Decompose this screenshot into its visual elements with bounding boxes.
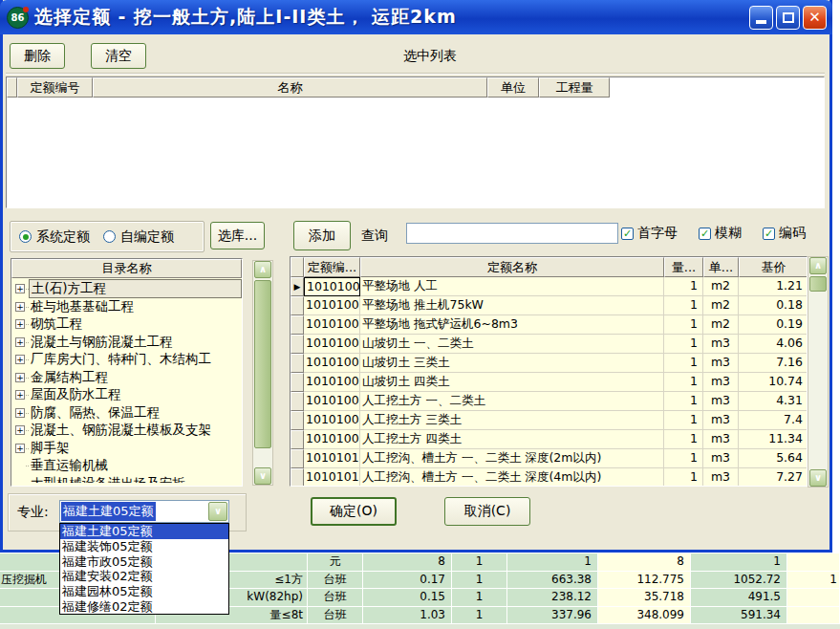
row-header-cell[interactable] bbox=[291, 392, 304, 411]
row-header-cell[interactable] bbox=[291, 373, 304, 392]
tree-item[interactable]: + 混凝土与钢筋混凝土工程 bbox=[11, 334, 242, 352]
dropdown-item[interactable]: 福建修缮02定额 bbox=[60, 599, 228, 615]
expand-plus-icon[interactable]: + bbox=[15, 284, 25, 293]
quota-qty-cell[interactable]: 1 bbox=[664, 392, 703, 411]
quota-col-unit[interactable]: 单... bbox=[703, 257, 739, 277]
quota-price-cell[interactable]: 0.19 bbox=[739, 315, 808, 335]
scroll-up-icon[interactable]: ∧ bbox=[809, 257, 827, 274]
scroll-up-icon[interactable]: ∧ bbox=[254, 261, 271, 278]
expand-plus-icon[interactable]: + bbox=[15, 355, 25, 364]
quota-unit-cell[interactable]: m3 bbox=[703, 373, 739, 392]
quota-name-cell[interactable]: 山坡切土 一、二类土 bbox=[360, 335, 664, 354]
tree-item[interactable]: + 脚手架 bbox=[11, 440, 242, 458]
quota-table-row[interactable]: 10101005 山坡切土 三类土 1 m3 7.16 bbox=[291, 354, 807, 373]
quota-table-row[interactable]: 10101009 人工挖土方 四类土 1 m3 11.34 bbox=[291, 430, 807, 449]
row-header-cell[interactable]: ▶ bbox=[291, 277, 304, 296]
quota-table-row[interactable]: 10101002 平整场地 推土机75kW 1 m2 0.18 bbox=[291, 296, 807, 315]
quota-unit-cell[interactable]: m2 bbox=[703, 296, 739, 315]
cancel-button[interactable]: 取消(C) bbox=[444, 497, 530, 526]
quota-price-cell[interactable]: 1.21 bbox=[739, 277, 808, 296]
quota-price-cell[interactable]: 7.4 bbox=[739, 411, 808, 430]
expand-plus-icon[interactable]: + bbox=[15, 444, 25, 453]
quota-col-price[interactable]: 基价 bbox=[739, 257, 808, 277]
quota-name-cell[interactable]: 山坡切土 四类土 bbox=[360, 373, 664, 392]
radio-custom-quota[interactable]: 自编定额 bbox=[103, 228, 174, 246]
quota-unit-cell[interactable]: m3 bbox=[703, 468, 739, 487]
quota-qty-cell[interactable]: 1 bbox=[664, 277, 703, 296]
specialty-combobox[interactable]: 福建土建05定额 ∨ bbox=[59, 500, 229, 523]
quota-qty-cell[interactable]: 1 bbox=[664, 430, 703, 449]
expand-plus-icon[interactable]: + bbox=[15, 425, 25, 435]
quota-name-cell[interactable]: 人工挖沟、槽土方 一、二类土 深度(2m以内) bbox=[360, 449, 664, 468]
expand-plus-icon[interactable]: + bbox=[15, 302, 25, 312]
tree-item[interactable]: + 金属结构工程 bbox=[11, 369, 242, 387]
close-button[interactable]: ✕ bbox=[803, 6, 827, 30]
scroll-down-icon[interactable]: ∨ bbox=[254, 467, 271, 485]
quota-price-cell[interactable]: 7.27 bbox=[739, 468, 808, 487]
selected-col-quantity[interactable]: 工程量 bbox=[539, 77, 610, 98]
quota-name-cell[interactable]: 平整场地 人工 bbox=[360, 277, 664, 296]
quota-table-row[interactable]: 10101004 山坡切土 一、二类土 1 m3 4.06 bbox=[291, 335, 807, 354]
quota-unit-cell[interactable]: m3 bbox=[703, 449, 739, 468]
quota-table-scrollbar[interactable]: ∧ ∨ bbox=[808, 256, 829, 488]
quota-qty-cell[interactable]: 1 bbox=[664, 411, 703, 430]
select-library-button[interactable]: 选库... bbox=[210, 222, 265, 249]
quota-name-cell[interactable]: 人工挖土方 三类土 bbox=[360, 411, 664, 430]
expand-plus-icon[interactable]: + bbox=[15, 337, 25, 347]
row-header-cell[interactable] bbox=[291, 411, 304, 430]
row-header-cell[interactable] bbox=[291, 430, 304, 449]
quota-price-cell[interactable]: 4.31 bbox=[739, 392, 808, 411]
quota-name-cell[interactable]: 人工挖沟、槽土方 一、二类土 深度(4m以内) bbox=[360, 468, 664, 487]
quota-table-row[interactable]: 10101008 人工挖土方 三类土 1 m3 7.4 bbox=[291, 411, 807, 430]
selected-col-name[interactable]: 名称 bbox=[93, 77, 487, 98]
quota-code-cell[interactable]: 10101002 bbox=[304, 296, 360, 315]
quota-code-cell[interactable]: 10101009 bbox=[304, 430, 360, 449]
quota-code-cell[interactable]: 10101006 bbox=[304, 373, 360, 392]
row-header-cell[interactable] bbox=[291, 335, 304, 354]
dropdown-item[interactable]: 福建市政05定额 bbox=[60, 554, 228, 570]
quota-unit-cell[interactable]: m3 bbox=[703, 392, 739, 411]
quota-unit-cell[interactable]: m3 bbox=[703, 430, 739, 449]
quota-qty-cell[interactable]: 1 bbox=[664, 315, 703, 335]
tree-item[interactable]: 大型机械设备进出场及安拆 bbox=[11, 475, 242, 484]
quota-code-cell[interactable]: 10101001 bbox=[304, 277, 360, 296]
tree-item[interactable]: + 砌筑工程 bbox=[11, 315, 242, 334]
selected-col-unit[interactable]: 单位 bbox=[487, 77, 539, 98]
search-input[interactable] bbox=[406, 223, 618, 244]
expand-plus-icon[interactable]: + bbox=[15, 408, 25, 418]
quota-col-code[interactable]: 定额编... bbox=[304, 257, 360, 277]
row-header-cell[interactable] bbox=[291, 449, 304, 468]
checkbox-option[interactable]: ✓ 模糊 bbox=[699, 225, 742, 242]
quota-name-cell[interactable]: 平整场地 拖式铲运机6~8m3 bbox=[360, 315, 664, 335]
tree-scrollbar-thumb[interactable] bbox=[254, 280, 271, 448]
quota-col-name[interactable]: 定额名称 bbox=[360, 257, 664, 277]
quota-table-row[interactable]: 10101003 平整场地 拖式铲运机6~8m3 1 m2 0.19 bbox=[291, 315, 807, 335]
tree-item[interactable]: + 厂库房大门、特种门、木结构工 bbox=[11, 351, 242, 369]
quota-unit-cell[interactable]: m2 bbox=[703, 315, 739, 335]
quota-table-row[interactable]: 10101006 山坡切土 四类土 1 m3 10.74 bbox=[291, 373, 807, 392]
row-header-cell[interactable] bbox=[291, 296, 304, 315]
scroll-down-icon[interactable]: ∨ bbox=[809, 469, 827, 487]
radio-system-quota[interactable]: 系统定额 bbox=[19, 228, 90, 246]
minimize-button[interactable] bbox=[749, 6, 773, 30]
delete-button[interactable]: 删除 bbox=[10, 43, 65, 69]
quota-qty-cell[interactable]: 1 bbox=[664, 373, 703, 392]
quota-qty-cell[interactable]: 1 bbox=[664, 449, 703, 468]
selected-col-code[interactable]: 定额编号 bbox=[17, 77, 93, 98]
expand-plus-icon[interactable]: + bbox=[15, 373, 25, 382]
quota-unit-cell[interactable]: m3 bbox=[703, 411, 739, 430]
quota-table-row[interactable]: 10101010 人工挖沟、槽土方 一、二类土 深度(2m以内) 1 m3 5.… bbox=[291, 449, 807, 468]
quota-code-cell[interactable]: 10101004 bbox=[304, 335, 360, 354]
tree-header[interactable]: 目录名称 bbox=[11, 259, 242, 278]
quota-name-cell[interactable]: 山坡切土 三类土 bbox=[360, 354, 664, 373]
quota-name-cell[interactable]: 平整场地 推土机75kW bbox=[360, 296, 664, 315]
dropdown-item[interactable]: 福建安装02定额 bbox=[60, 569, 228, 584]
quota-price-cell[interactable]: 5.64 bbox=[739, 449, 808, 468]
quota-price-cell[interactable]: 4.06 bbox=[739, 335, 808, 354]
clear-button[interactable]: 清空 bbox=[91, 43, 146, 69]
quota-name-cell[interactable]: 人工挖土方 四类土 bbox=[360, 430, 664, 449]
row-header-cell[interactable] bbox=[291, 468, 304, 487]
quota-price-cell[interactable]: 11.34 bbox=[739, 430, 808, 449]
dropdown-item[interactable]: 福建土建05定额 bbox=[60, 524, 228, 539]
ok-button[interactable]: 确定(O) bbox=[311, 497, 397, 526]
